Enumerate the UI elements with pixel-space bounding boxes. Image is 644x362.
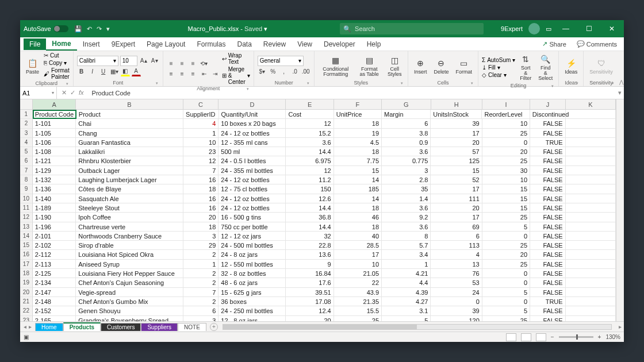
tab-9expert[interactable]: 9Expert (106, 38, 141, 50)
cell[interactable]: Chef Anton's Gumbo Mix (76, 297, 183, 306)
cell[interactable]: 500 ml (218, 147, 286, 156)
maximize-button[interactable]: ☐ (580, 25, 597, 33)
cell[interactable]: 3.6 (382, 203, 431, 213)
col-header-b[interactable]: B (76, 99, 183, 109)
name-box[interactable]: A1▾ (20, 87, 57, 99)
cell[interactable]: 12.6 (286, 194, 334, 203)
cell[interactable]: 4 (431, 250, 482, 259)
cell[interactable]: ReorderLevel (482, 110, 530, 119)
cell[interactable]: FALSE (530, 213, 566, 222)
cell[interactable]: 1-190 (33, 213, 76, 222)
cell[interactable]: Product (76, 110, 183, 119)
align-right-button[interactable]: ≡ (189, 70, 198, 79)
dec-decimal-button[interactable]: .00 (301, 67, 310, 76)
zoom-slider[interactable] (559, 336, 593, 338)
cell[interactable]: Margin (382, 110, 431, 119)
page-break-view-button[interactable] (536, 333, 546, 341)
cell[interactable]: 15 (431, 166, 482, 175)
cell[interactable]: 53 (431, 278, 482, 287)
cell[interactable]: FALSE (530, 260, 566, 269)
cell[interactable]: 43.9 (334, 288, 382, 297)
qat-more-icon[interactable]: ▾ (106, 25, 110, 33)
cell[interactable]: 28.5 (334, 241, 382, 250)
row-header[interactable]: 20 (20, 288, 33, 297)
cell[interactable]: 2-101 (33, 232, 76, 241)
sheet-tab-products[interactable]: Products (63, 322, 101, 331)
cell[interactable]: 10 (183, 138, 219, 147)
cell[interactable]: 9 (286, 260, 334, 269)
row-header[interactable]: 22 (20, 306, 33, 315)
cell[interactable]: 24 - 12 oz bottles (218, 194, 286, 203)
sheet-nav-next[interactable]: ▸ (29, 324, 32, 330)
horizontal-scrollbar[interactable] (223, 324, 612, 330)
cell[interactable]: 69 (431, 222, 482, 232)
cell[interactable]: 15 (482, 184, 530, 194)
cell[interactable]: 3.4 (382, 250, 431, 259)
cell-styles-button[interactable]: ◫Cell Styles (385, 53, 404, 78)
cell[interactable]: 24 - 500 ml bottles (218, 241, 286, 250)
cell[interactable]: 1 (183, 129, 219, 138)
cell[interactable]: 20 (431, 138, 482, 147)
cell[interactable]: 1.4 (382, 194, 431, 203)
cell[interactable]: FALSE (530, 203, 566, 213)
cell[interactable]: 6.975 (286, 156, 334, 165)
cell[interactable]: Louisiana Hot Spiced Okra (76, 250, 183, 259)
cell[interactable]: 18 (183, 184, 219, 194)
cell[interactable]: FALSE (530, 119, 566, 128)
cell[interactable]: SupplierID (183, 110, 218, 119)
cell[interactable]: Vegie-spread (76, 288, 183, 297)
cell[interactable]: TRUE (530, 297, 566, 306)
cell[interactable]: 24 - 355 ml bottles (218, 166, 286, 175)
accounting-button[interactable]: $▾ (258, 67, 267, 76)
indent-dec-button[interactable]: ⇤ (200, 70, 209, 79)
cell[interactable]: 17.6 (286, 278, 334, 287)
cell[interactable]: 1-189 (33, 203, 76, 213)
cell[interactable]: 4.27 (382, 297, 431, 306)
align-bottom-button[interactable]: ≡ (189, 59, 198, 68)
cell[interactable]: 17 (334, 250, 382, 259)
sheet-tab-home[interactable]: Home (35, 323, 63, 331)
format-cells-button[interactable]: ▭Format (453, 56, 474, 76)
cell[interactable]: 15.2 (286, 129, 334, 138)
cell[interactable]: 12 - 12 oz jars (218, 232, 286, 241)
cell[interactable]: 1 (382, 260, 431, 269)
cell[interactable]: 6 (183, 306, 219, 315)
cell[interactable]: 25 (334, 316, 382, 321)
cell[interactable]: 750 cc per bottle (218, 222, 286, 232)
cell[interactable]: 76 (431, 269, 482, 278)
cell[interactable]: 15 (482, 194, 530, 203)
cell[interactable]: 15 - 625 g jars (218, 288, 286, 297)
cell[interactable] (566, 203, 616, 213)
cell[interactable]: 18 (334, 222, 382, 232)
grow-font-button[interactable]: A▴ (139, 56, 148, 66)
cell[interactable]: 3.6 (286, 138, 334, 147)
row-header[interactable]: 9 (20, 184, 33, 194)
sheet-tab-note[interactable]: NOTE (178, 323, 206, 331)
italic-button[interactable]: I (88, 67, 97, 76)
cell[interactable]: Aniseed Syrup (76, 260, 183, 269)
cell[interactable]: 24 - 12 oz bottles (218, 129, 286, 138)
cell[interactable]: 18 (334, 119, 382, 128)
cell[interactable]: Sasquatch Ale (76, 194, 183, 203)
cell[interactable]: 1-196 (33, 222, 76, 232)
cell[interactable]: 1 (183, 260, 219, 269)
cell[interactable]: 2-165 (33, 316, 76, 321)
cell[interactable]: 21.05 (334, 269, 382, 278)
cell[interactable]: FALSE (530, 241, 566, 250)
cell[interactable]: 1-129 (33, 166, 76, 175)
cell[interactable]: 18 (183, 222, 219, 232)
cell[interactable]: 13.6 (286, 250, 334, 259)
cell[interactable]: 20 (482, 250, 530, 259)
cell[interactable]: 3 (183, 316, 219, 321)
cell[interactable]: 16.84 (286, 269, 334, 278)
cell[interactable]: 15 (482, 203, 530, 213)
cell[interactable]: Ipoh Coffee (76, 213, 183, 222)
cell[interactable]: 39 (431, 306, 482, 315)
cell[interactable]: 17 (431, 129, 482, 138)
cell[interactable]: 23 (183, 147, 219, 156)
cell[interactable]: 25 (482, 241, 530, 250)
cell[interactable]: 40 (334, 232, 382, 241)
cell[interactable]: 11.2 (286, 175, 334, 184)
share-button[interactable]: ↗Share (539, 39, 569, 49)
cell[interactable]: 24 - 0.5 l bottles (218, 156, 286, 165)
